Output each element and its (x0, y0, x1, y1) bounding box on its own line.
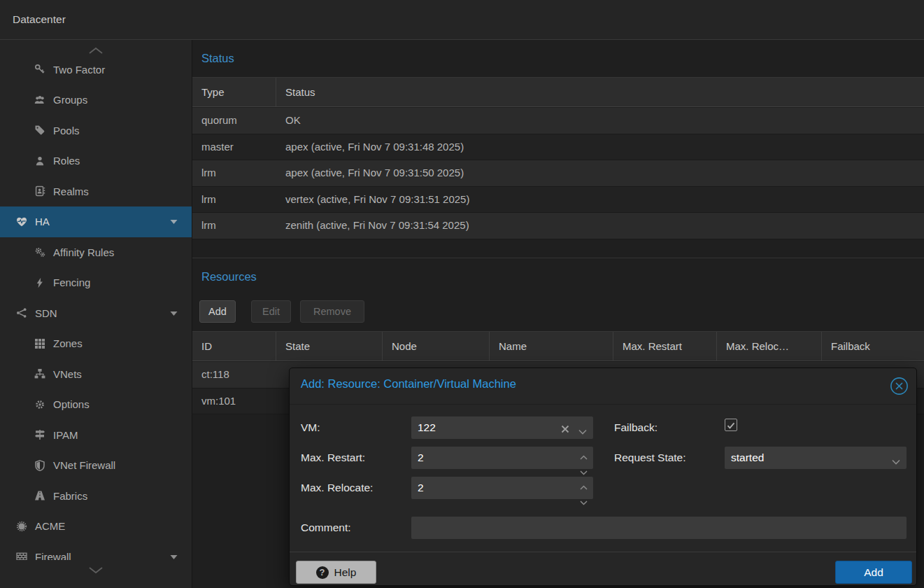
address-book-icon (34, 186, 46, 197)
clear-icon[interactable] (561, 424, 569, 436)
chevron-down-icon[interactable] (170, 218, 178, 225)
vm-combobox (411, 416, 593, 439)
scroll-down-icon[interactable] (0, 560, 192, 588)
comment-field (411, 517, 907, 539)
max-restart-input[interactable] (411, 447, 593, 469)
chevron-down-icon[interactable] (170, 554, 178, 560)
grid-icon (34, 338, 46, 349)
sidebar-item-fencing[interactable]: Fencing (0, 267, 192, 298)
status-section-title: Status (192, 40, 924, 77)
spin-up-icon[interactable] (580, 480, 588, 493)
shield-icon (34, 460, 46, 471)
bolt-icon (34, 277, 46, 288)
request-state-caret-icon[interactable] (892, 455, 900, 468)
status-table-row[interactable]: lrmzenith (active, Fri Nov 7 09:31:54 20… (192, 213, 924, 239)
user-icon (34, 155, 46, 167)
status-table-row[interactable]: lrmapex (active, Fri Nov 7 09:31:50 2025… (192, 160, 924, 187)
dialog-add-button[interactable]: Add (835, 561, 912, 584)
sidebar-item-label: Pools (53, 125, 80, 136)
dialog-title: Add: Resource: Container/Virtual Machine (301, 377, 516, 391)
resources-section-title: Resources (192, 258, 924, 294)
key-icon (34, 64, 46, 75)
help-button-label: Help (334, 566, 357, 579)
max-restart-label: Max. Restart: (301, 451, 365, 464)
status-column-header-type[interactable]: Type (192, 78, 276, 106)
resources-column-header-name[interactable]: Name (490, 332, 613, 360)
share-nodes-icon (15, 307, 28, 318)
road-icon (34, 490, 46, 501)
sidebar-item-zones[interactable]: Zones (0, 328, 192, 359)
spin-up-icon[interactable] (580, 450, 588, 463)
sidebar-item-sdn[interactable]: SDN (0, 298, 192, 328)
dialog-header-separator (290, 404, 916, 405)
remove-button[interactable]: Remove (300, 300, 364, 323)
status-row-type: lrm (192, 213, 276, 239)
close-icon[interactable] (890, 377, 909, 396)
status-row-type: lrm (192, 160, 276, 186)
sidebar-item-ipam[interactable]: IPAM (0, 419, 192, 450)
sidebar-item-label: Groups (53, 94, 87, 106)
sidebar-item-pools[interactable]: Pools (0, 115, 192, 146)
gear-icon (34, 399, 46, 410)
sidebar-item-vnet-firewall[interactable]: VNet Firewall (0, 450, 192, 481)
status-row-status: zenith (active, Fri Nov 7 09:31:54 2025) (276, 213, 924, 239)
resources-column-header-node[interactable]: Node (383, 332, 490, 360)
status-row-status: apex (active, Fri Nov 7 09:31:50 2025) (276, 160, 924, 186)
request-state-select[interactable] (725, 447, 907, 469)
sidebar-item-label: Fabrics (53, 490, 87, 502)
failback-checkbox[interactable] (725, 419, 737, 431)
sidebar-item-two-factor[interactable]: Two Factor (0, 54, 192, 85)
max-restart-spinner (411, 447, 593, 469)
status-table-row[interactable]: masterapex (active, Fri Nov 7 09:31:48 2… (192, 134, 924, 161)
status-row-status: vertex (active, Fri Nov 7 09:31:51 2025) (276, 187, 924, 213)
resources-column-header-max-reloc-[interactable]: Max. Reloc… (717, 332, 822, 360)
sidebar-item-ha[interactable]: HA (0, 206, 192, 237)
sidebar-item-label: Options (53, 398, 90, 410)
sidebar-item-options[interactable]: Options (0, 389, 192, 420)
resource-row-id: vm:101 (192, 388, 276, 414)
status-table-row[interactable]: quorumOK (192, 108, 924, 134)
resources-table-header: IDStateNodeNameMax. RestartMax. Reloc…Fa… (192, 331, 924, 361)
gears-icon (34, 246, 46, 258)
sidebar-item-groups[interactable]: Groups (0, 85, 192, 115)
sidebar-item-roles[interactable]: Roles (0, 146, 192, 176)
sitemap-icon (34, 368, 46, 379)
sidebar-item-fabrics[interactable]: Fabrics (0, 480, 192, 511)
users-icon (34, 94, 46, 106)
edit-button[interactable]: Edit (251, 300, 291, 323)
sidebar-item-label: ACME (35, 520, 65, 532)
max-relocate-input[interactable] (411, 477, 593, 499)
sidebar-item-affinity-rules[interactable]: Affinity Rules (0, 237, 192, 267)
max-relocate-spin-buttons[interactable] (580, 480, 588, 508)
dialog-footer-separator (290, 552, 916, 552)
resources-column-header-state[interactable]: State (276, 332, 383, 360)
sidebar-item-realms[interactable]: Realms (0, 176, 192, 206)
vm-dropdown-caret-icon[interactable] (578, 425, 587, 438)
sidebar-item-label: VNets (53, 368, 82, 380)
sidebar-item-label: VNet Firewall (53, 459, 115, 471)
certificate-icon (15, 521, 28, 532)
resources-column-header-id[interactable]: ID (192, 332, 276, 360)
resources-column-header-max-restart[interactable]: Max. Restart (613, 332, 717, 360)
sidebar-item-label: Affinity Rules (53, 246, 114, 258)
help-button[interactable]: ? Help (296, 561, 376, 584)
request-state-value[interactable] (725, 447, 907, 469)
comment-input[interactable] (411, 517, 907, 539)
status-row-status: apex (active, Fri Nov 7 09:31:48 2025) (276, 134, 924, 160)
max-relocate-spinner (411, 477, 593, 499)
sidebar-item-label: Fencing (53, 276, 90, 288)
status-column-header-status[interactable]: Status (276, 78, 924, 106)
help-icon: ? (316, 566, 329, 579)
sidebar-item-acme[interactable]: ACME (0, 511, 192, 542)
failback-label: Failback: (614, 421, 658, 434)
spin-down-icon[interactable] (580, 496, 588, 508)
sidebar-item-vnets[interactable]: VNets (0, 358, 192, 389)
status-table-row[interactable]: lrmvertex (active, Fri Nov 7 09:31:51 20… (192, 187, 924, 214)
request-state-label: Request State: (614, 451, 686, 464)
resources-column-header-failback[interactable]: Failback (822, 332, 924, 360)
add-button[interactable]: Add (199, 300, 236, 323)
top-bar: Datacenter (0, 0, 924, 40)
add-resource-dialog: Add: Resource: Container/Virtual Machine… (289, 368, 917, 586)
max-restart-spin-buttons[interactable] (580, 450, 588, 478)
chevron-down-icon[interactable] (170, 310, 178, 316)
